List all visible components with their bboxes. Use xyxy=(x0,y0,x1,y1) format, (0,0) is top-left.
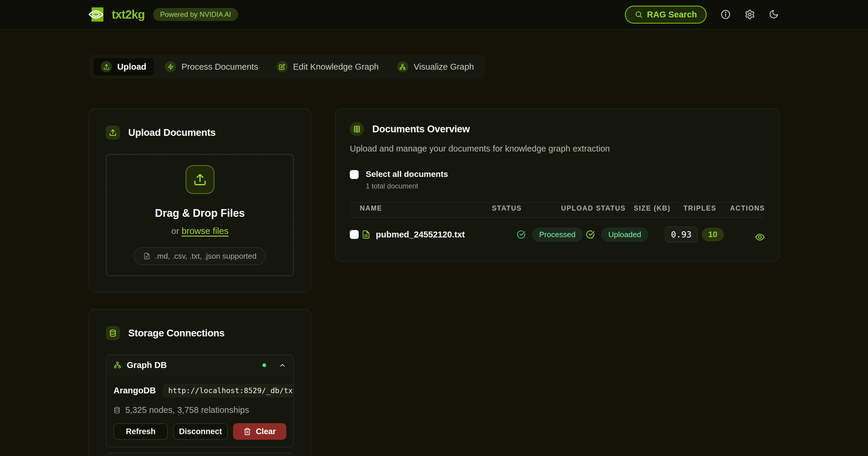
tab-upload-label: Upload xyxy=(117,62,146,72)
nvidia-logo-icon xyxy=(89,7,103,22)
search-icon xyxy=(634,10,643,19)
upload-arrow-icon xyxy=(186,165,215,194)
check-circle-icon xyxy=(517,230,526,239)
file-text-icon xyxy=(362,230,370,239)
check-circle-icon xyxy=(586,230,595,239)
edit-pencil-icon xyxy=(277,61,288,72)
supported-formats-text: .md, .csv, .txt, .json supported xyxy=(155,252,256,261)
table-grid-icon xyxy=(350,122,364,136)
documents-overview-card: Documents Overview Upload and manage you… xyxy=(335,108,780,262)
storage-connections-card: Storage Connections Graph DB xyxy=(89,309,311,456)
size-kb-value: 0.93 xyxy=(665,227,698,242)
column-name: NAME xyxy=(350,204,492,213)
view-document-eye-icon[interactable] xyxy=(755,232,765,242)
document-name: pubmed_24552120.txt xyxy=(373,230,517,239)
database-icon xyxy=(106,326,120,340)
tab-process-documents[interactable]: Process Documents xyxy=(157,58,266,75)
app-title: txt2kg xyxy=(112,8,145,21)
top-actions: RAG Search xyxy=(625,6,779,24)
total-documents-label: 1 total document xyxy=(366,182,448,190)
graph-db-details: ArangoDB http://localhost:8529/_db/txt2k… xyxy=(106,376,293,447)
upload-icon xyxy=(101,61,112,72)
rag-search-label: RAG Search xyxy=(647,10,697,20)
tab-visualize-graph-label: Visualize Graph xyxy=(414,62,474,72)
upload-documents-card: Upload Documents Drag & Drop Files or br… xyxy=(89,108,311,292)
top-bar: txt2kg Powered by NVIDIA AI RAG Search xyxy=(0,0,868,30)
trash-icon xyxy=(243,428,251,435)
clear-button[interactable]: Clear xyxy=(233,423,286,440)
graph-db-section: Graph DB ArangoDB http://localhost:8529/… xyxy=(106,354,294,448)
column-upload-status: UPLOAD STATUS xyxy=(561,204,634,213)
documents-card-header: Documents Overview xyxy=(350,122,765,136)
tab-edit-knowledge-graph[interactable]: Edit Knowledge Graph xyxy=(269,58,386,75)
tab-edit-knowledge-graph-label: Edit Knowledge Graph xyxy=(293,62,379,72)
powered-by-badge: Powered by NVIDIA AI xyxy=(153,8,238,21)
select-all-row: Select all documents 1 total document xyxy=(350,170,765,190)
chevron-up-icon xyxy=(279,361,286,369)
rag-search-button[interactable]: RAG Search xyxy=(625,6,707,24)
clear-button-label: Clear xyxy=(256,427,276,436)
network-graph-icon xyxy=(397,61,408,72)
graph-db-stats: 5,325 nodes, 3,758 relationships xyxy=(125,405,249,415)
upload-card-title: Upload Documents xyxy=(128,127,216,138)
browse-files-link[interactable]: browse files xyxy=(182,226,228,236)
main-tabs: Upload Process Documents Edit Knowledge … xyxy=(89,54,486,79)
vector-db-toggle[interactable]: Vector DB xyxy=(106,453,293,456)
column-actions: ACTIONS xyxy=(730,204,765,213)
file-dropzone[interactable]: Drag & Drop Files or browse files .md, .… xyxy=(106,154,294,276)
tab-process-documents-label: Process Documents xyxy=(181,62,258,72)
dropzone-subtitle: or browse files xyxy=(172,226,228,236)
select-all-label: Select all documents xyxy=(366,170,448,178)
database-icon xyxy=(114,407,121,414)
graph-db-label: Graph DB xyxy=(127,360,257,370)
storage-card-header: Storage Connections xyxy=(106,326,294,340)
status-badge: Processed xyxy=(532,227,583,242)
documents-card-subtitle: Upload and manage your documents for kno… xyxy=(350,144,765,154)
dark-mode-moon-icon[interactable] xyxy=(769,9,779,20)
upload-status-badge: Uploaded xyxy=(601,227,648,242)
column-triples: TRIPLES xyxy=(683,204,730,213)
documents-card-title: Documents Overview xyxy=(372,124,470,135)
column-size-kb: SIZE (KB) xyxy=(634,204,683,213)
graph-db-toggle[interactable]: Graph DB xyxy=(106,355,293,376)
table-row: pubmed_24552120.txt Processed xyxy=(350,218,765,251)
row-checkbox[interactable] xyxy=(350,230,359,239)
info-icon[interactable] xyxy=(720,9,731,20)
tab-upload[interactable]: Upload xyxy=(93,58,154,76)
vector-db-section: Vector DB xyxy=(106,453,294,456)
dropzone-title: Drag & Drop Files xyxy=(155,207,245,220)
txt2kg-app: txt2kg Powered by NVIDIA AI RAG Search xyxy=(0,0,868,456)
documents-table: NAME STATUS UPLOAD STATUS SIZE (KB) TRIP… xyxy=(350,202,765,251)
refresh-button[interactable]: Refresh xyxy=(114,423,168,440)
triples-count-badge: 10 xyxy=(702,228,724,241)
disconnect-button[interactable]: Disconnect xyxy=(173,423,227,440)
connection-url: http://localhost:8529/_db/txt2kg xyxy=(163,384,294,397)
gear-icon[interactable] xyxy=(745,9,755,20)
connected-status-dot xyxy=(262,363,266,367)
or-text: or xyxy=(172,226,182,236)
column-status: STATUS xyxy=(492,204,561,213)
lightning-icon xyxy=(165,61,176,72)
upload-icon xyxy=(106,126,120,140)
supported-formats-pill: .md, .csv, .txt, .json supported xyxy=(134,247,266,265)
file-icon xyxy=(143,253,150,260)
upload-card-header: Upload Documents xyxy=(106,126,294,140)
select-all-checkbox[interactable] xyxy=(350,170,359,179)
graph-hierarchy-icon xyxy=(114,361,121,369)
documents-table-header: NAME STATUS UPLOAD STATUS SIZE (KB) TRIP… xyxy=(350,202,765,218)
brand-group: txt2kg Powered by NVIDIA AI xyxy=(89,7,238,22)
tab-visualize-graph[interactable]: Visualize Graph xyxy=(390,58,482,75)
storage-card-title: Storage Connections xyxy=(128,328,224,339)
provider-name: ArangoDB xyxy=(114,386,156,395)
